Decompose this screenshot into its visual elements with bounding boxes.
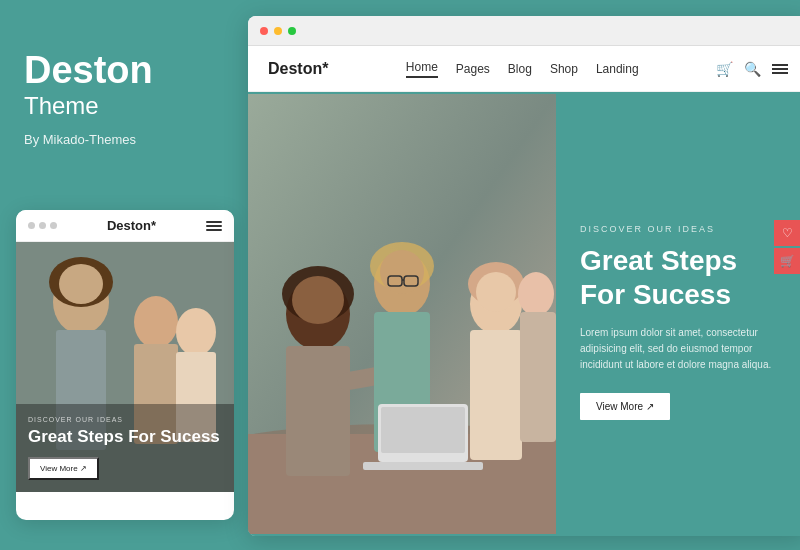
mobile-logo: Deston* (107, 218, 156, 233)
browser-content: Deston* Home Pages Blog Shop Landing 🛒 🔍 (248, 46, 800, 536)
mobile-window-dots (28, 222, 57, 229)
svg-point-15 (292, 276, 344, 324)
hero-image-svg (248, 92, 556, 536)
desktop-browser: Deston* Home Pages Blog Shop Landing 🛒 🔍 (248, 16, 800, 536)
search-icon[interactable]: 🔍 (744, 61, 760, 77)
mobile-hero-title: Great Steps For Sucess (28, 427, 222, 447)
browser-dot-yellow (274, 27, 282, 35)
svg-rect-33 (520, 312, 556, 442)
mobile-dot-1 (28, 222, 35, 229)
svg-point-20 (380, 250, 424, 294)
svg-point-5 (134, 296, 178, 348)
side-buttons: ♡ 🛒 (774, 220, 800, 274)
svg-point-32 (518, 272, 554, 316)
svg-rect-16 (286, 346, 350, 476)
nav-link-shop[interactable]: Shop (550, 62, 578, 76)
theme-name: Deston (24, 50, 224, 92)
desktop-logo: Deston* (268, 60, 328, 78)
mobile-cta-button[interactable]: View More ↗ (28, 457, 99, 480)
hero-text-section: DISCOVER OUR IDEAS Great StepsFor Sucess… (556, 92, 800, 536)
mobile-header: Deston* (16, 210, 234, 242)
hamburger-icon[interactable] (772, 64, 788, 74)
cart-button[interactable]: 🛒 (774, 248, 800, 274)
hero-discover-label: DISCOVER OUR IDEAS (580, 224, 784, 234)
svg-point-7 (176, 308, 216, 356)
browser-titlebar (248, 16, 800, 46)
svg-rect-31 (470, 330, 522, 460)
cart-icon[interactable]: 🛒 (716, 61, 732, 77)
nav-link-landing[interactable]: Landing (596, 62, 639, 76)
hero-image-section (248, 92, 556, 536)
hero-title: Great StepsFor Sucess (580, 244, 784, 311)
desktop-nav: Deston* Home Pages Blog Shop Landing 🛒 🔍 (248, 46, 800, 92)
theme-subtitle: Theme (24, 92, 224, 120)
svg-rect-26 (381, 407, 465, 453)
svg-rect-27 (363, 462, 483, 470)
mobile-hero: DISCOVER OUR IDEAS Great Steps For Suces… (16, 242, 234, 492)
browser-dot-red (260, 27, 268, 35)
nav-link-home[interactable]: Home (406, 60, 438, 78)
desktop-hero: DISCOVER OUR IDEAS Great StepsFor Sucess… (248, 92, 800, 536)
desktop-nav-icons: 🛒 🔍 (716, 61, 788, 77)
svg-point-3 (59, 264, 103, 304)
mobile-preview: Deston* DISCOVER OUR (16, 210, 234, 520)
mobile-hero-overlay: DISCOVER OUR IDEAS Great Steps For Suces… (16, 404, 234, 492)
desktop-nav-links: Home Pages Blog Shop Landing (406, 60, 639, 78)
hero-cta-button[interactable]: View More ↗ (580, 393, 670, 420)
nav-link-pages[interactable]: Pages (456, 62, 490, 76)
browser-dot-green (288, 27, 296, 35)
sidebar: Deston Theme By Mikado-Themes (24, 50, 224, 147)
nav-link-blog[interactable]: Blog (508, 62, 532, 76)
by-line: By Mikado-Themes (24, 132, 224, 147)
hero-body: Lorem ipsum dolor sit amet, consectetur … (580, 325, 784, 373)
mobile-discover-label: DISCOVER OUR IDEAS (28, 416, 222, 423)
svg-point-30 (476, 272, 516, 312)
mobile-dot-2 (39, 222, 46, 229)
wishlist-button[interactable]: ♡ (774, 220, 800, 246)
mobile-menu-icon[interactable] (206, 221, 222, 231)
mobile-dot-3 (50, 222, 57, 229)
